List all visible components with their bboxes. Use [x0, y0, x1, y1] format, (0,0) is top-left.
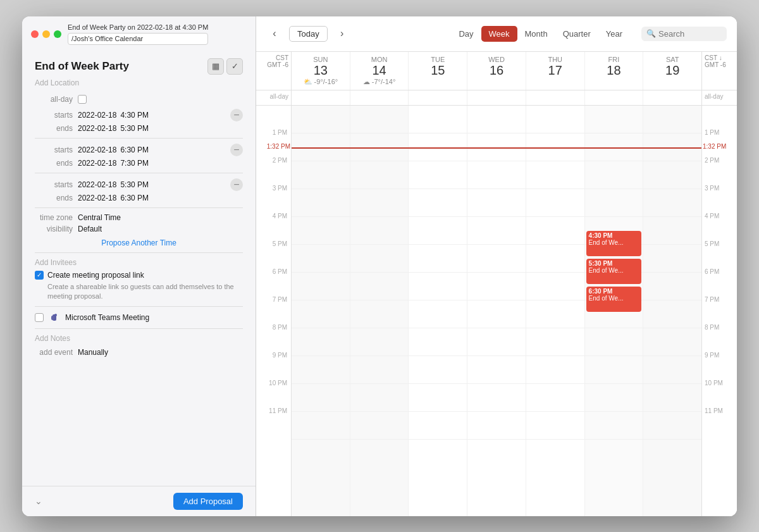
meeting-proposal-checkbox[interactable]: ✓ [35, 271, 44, 280]
meeting-proposal-label: Create meeting proposal link [47, 271, 144, 280]
starts-date-2[interactable]: 2022-02-18 [78, 145, 116, 154]
day-col-tue[interactable] [409, 106, 467, 516]
calendar-icon-btn[interactable]: ▦ [207, 58, 224, 75]
calendar-grid[interactable]: 4:30 PM End of We... 5:30 PM End of We..… [292, 106, 701, 516]
ends-label-3: ends [35, 194, 73, 202]
add-event-value[interactable]: Manually [78, 348, 108, 357]
day-col-thu[interactable] [526, 106, 585, 516]
allday-checkbox[interactable] [78, 95, 87, 104]
day-col-fri[interactable]: 4:30 PM End of We... 5:30 PM End of We..… [585, 106, 644, 516]
view-year-button[interactable]: Year [598, 26, 630, 42]
svg-rect-1 [51, 316, 54, 320]
tz-header-left: CST GMT -6 [256, 52, 292, 90]
day-col-sun[interactable] [292, 106, 350, 516]
allday-mon [350, 90, 409, 105]
window-title: End of Week Party on 2022-02-18 at 4:30 … [68, 23, 208, 32]
allday-right: all-day [701, 90, 737, 105]
event-form: End of Week Party ▦ ✓ Add Location all-d… [22, 52, 256, 486]
add-invitees-label: Add Invitees [35, 258, 243, 267]
ends-row-3: ends 2022-02-18 6:30 PM [35, 194, 243, 202]
day-header-tue: TUE 15 [409, 52, 467, 90]
visibility-row: visibility Default [35, 225, 243, 233]
ends-time-2[interactable]: 7:30 PM [120, 159, 149, 168]
time-11pm: 11 PM [256, 412, 291, 440]
tz-header-right: CST ↓ GMT -6 [701, 52, 737, 90]
remove-slot-2[interactable]: − [230, 144, 243, 156]
day-header-wed: WED 16 [467, 52, 526, 90]
view-day-button[interactable]: Day [451, 26, 481, 42]
starts-time-1[interactable]: 4:30 PM [120, 111, 149, 120]
starts-row-3: starts 2022-02-18 5:30 PM − [35, 178, 243, 191]
allday-sun [292, 90, 350, 105]
ends-date-3[interactable]: 2022-02-18 [78, 194, 116, 202]
view-buttons: Day Week Month Quarter Year [451, 26, 630, 42]
ends-label-2: ends [35, 159, 73, 168]
event-editor-panel: End of Week Party on 2022-02-18 at 4:30 … [22, 16, 256, 516]
traffic-lights [31, 30, 61, 38]
ends-row-2: ends 2022-02-18 7:30 PM [35, 159, 243, 168]
day-col-sat[interactable] [643, 106, 701, 516]
add-proposal-button[interactable]: Add Proposal [173, 493, 243, 510]
day-header-sat: SAT 19 [643, 52, 701, 90]
checkmark-icon-btn[interactable]: ✓ [226, 58, 243, 75]
search-input[interactable] [658, 29, 722, 39]
event-530pm[interactable]: 5:30 PM End of We... [586, 259, 642, 284]
remove-slot-3[interactable]: − [230, 178, 243, 191]
starts-date-1[interactable]: 2022-02-18 [78, 111, 116, 120]
allday-wed [467, 90, 526, 105]
event-title: End of Week Party [35, 60, 129, 73]
visibility-value[interactable]: Default [78, 225, 102, 233]
starts-date-3[interactable]: 2022-02-18 [78, 180, 116, 189]
ends-date-1[interactable]: 2022-02-18 [78, 124, 116, 133]
view-month-button[interactable]: Month [517, 26, 555, 42]
day-header-sun: SUN 13 ⛅ -9°/-16° [292, 52, 350, 90]
ends-time-3[interactable]: 6:30 PM [120, 194, 149, 202]
ends-time-1[interactable]: 5:30 PM [120, 124, 149, 133]
day-header-fri: FRI 18 [585, 52, 644, 90]
calendar-toolbar: ‹ Today › Day Week Month Quarter Year 🔍 [256, 16, 737, 52]
propose-another-time-link[interactable]: Propose Another Time [35, 238, 243, 247]
add-notes-label[interactable]: Add Notes [35, 334, 243, 343]
event-630pm[interactable]: 6:30 PM End of We... [586, 287, 642, 312]
remove-slot-1[interactable]: − [230, 109, 243, 121]
meeting-proposal-desc: Create a shareable link so guests can ad… [47, 282, 243, 302]
starts-row-1: starts 2022-02-18 4:30 PM − [35, 109, 243, 121]
allday-tue [409, 90, 467, 105]
event-430pm[interactable]: 4:30 PM End of We... [586, 231, 642, 256]
teams-checkbox[interactable] [35, 313, 44, 322]
day-header-mon: MON 14 ☁ -7°/-14° [350, 52, 409, 90]
day-col-wed[interactable] [467, 106, 526, 516]
right-time-11pm: 11 PM [702, 412, 737, 440]
calendar-header: CST GMT -6 SUN 13 ⛅ -9°/-16° MON 14 ☁ -7… [256, 52, 737, 90]
starts-time-2[interactable]: 6:30 PM [120, 145, 149, 154]
timezone-row: time zone Central Time [35, 213, 243, 222]
next-button[interactable]: › [334, 25, 350, 42]
add-event-label: add event [35, 348, 73, 357]
view-quarter-button[interactable]: Quarter [555, 26, 598, 42]
allday-sat [643, 90, 701, 105]
svg-point-2 [54, 314, 57, 316]
collapse-button[interactable]: ⌄ [35, 496, 42, 506]
allday-fri [585, 90, 644, 105]
time-gutter-left: 1 PM 2 PM 3 PM 4 PM 5 PM 6 PM 7 PM 8 PM … [256, 106, 292, 516]
allday-label: all-day [35, 95, 73, 104]
time-gutter-right: 1 PM 2 PM 3 PM 4 PM 5 PM 6 PM 7 PM 8 PM … [701, 106, 737, 516]
app-window: End of Week Party on 2022-02-18 at 4:30 … [22, 16, 737, 516]
day-col-mon[interactable] [350, 106, 409, 516]
starts-time-3[interactable]: 5:30 PM [120, 180, 149, 189]
prev-button[interactable]: ‹ [266, 25, 283, 42]
add-event-row: add event Manually [35, 348, 243, 357]
close-button[interactable] [31, 30, 39, 38]
minimize-button[interactable] [42, 30, 50, 38]
today-button[interactable]: Today [289, 26, 328, 42]
add-location[interactable]: Add Location [35, 78, 243, 87]
maximize-button[interactable] [54, 30, 61, 38]
timezone-value[interactable]: Central Time [78, 213, 121, 222]
view-week-button[interactable]: Week [481, 26, 517, 42]
teams-icon [49, 312, 60, 323]
meeting-proposal-row: ✓ Create meeting proposal link [35, 271, 243, 280]
allday-gutter: all-day [256, 90, 292, 105]
ends-date-2[interactable]: 2022-02-18 [78, 159, 116, 168]
timezone-label: time zone [35, 213, 73, 222]
allday-section: all-day all-day [256, 90, 737, 106]
